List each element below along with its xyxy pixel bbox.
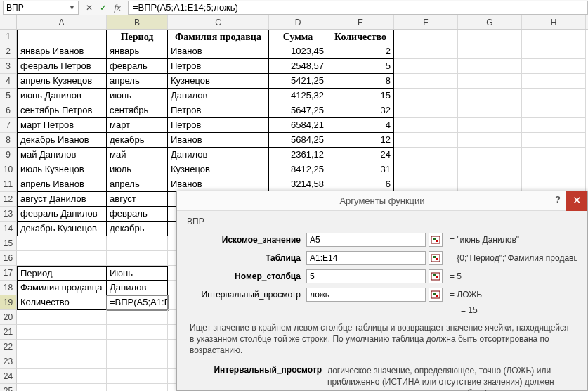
cell[interactable] bbox=[17, 30, 107, 44]
row-header-10[interactable]: 10 bbox=[0, 162, 17, 177]
col-header-B[interactable]: B bbox=[107, 15, 168, 29]
col-header-A[interactable]: A bbox=[17, 15, 107, 29]
cell[interactable]: май Данилов bbox=[17, 148, 107, 162]
cell[interactable] bbox=[107, 236, 168, 251]
cell[interactable] bbox=[107, 384, 168, 391]
row-header-15[interactable]: 15 bbox=[0, 236, 17, 251]
cell[interactable]: апрель Иванов bbox=[17, 177, 107, 192]
row-header-16[interactable]: 16 bbox=[0, 251, 17, 266]
cell[interactable] bbox=[522, 44, 586, 59]
cell[interactable]: Данилов bbox=[107, 281, 168, 295]
param-input[interactable]: A5 bbox=[306, 233, 426, 247]
cell[interactable]: 2 bbox=[327, 44, 394, 59]
cell[interactable]: 32 bbox=[327, 103, 394, 118]
cell[interactable] bbox=[107, 310, 168, 325]
row-header-12[interactable]: 12 bbox=[0, 192, 17, 207]
cell[interactable] bbox=[458, 103, 522, 118]
cell[interactable] bbox=[522, 59, 586, 74]
range-selector-icon[interactable] bbox=[429, 251, 443, 265]
cell[interactable] bbox=[522, 74, 586, 89]
cell[interactable]: январь Иванов bbox=[17, 44, 107, 59]
cell[interactable]: 8412,25 bbox=[269, 162, 327, 177]
dialog-close-button[interactable]: ✕ bbox=[566, 191, 587, 211]
cell[interactable]: Кузнецов bbox=[168, 74, 269, 89]
cell[interactable] bbox=[107, 251, 168, 266]
cell[interactable]: февраль bbox=[107, 207, 168, 222]
row-header-18[interactable]: 18 bbox=[0, 281, 17, 295]
cell[interactable] bbox=[17, 325, 107, 340]
cell[interactable] bbox=[107, 340, 168, 354]
cell[interactable] bbox=[458, 44, 522, 59]
cell[interactable]: апрель bbox=[107, 74, 168, 89]
cell[interactable]: июль Кузнецов bbox=[17, 162, 107, 177]
row-header-4[interactable]: 4 bbox=[0, 74, 17, 89]
cell[interactable] bbox=[522, 162, 586, 177]
cell[interactable]: август bbox=[107, 192, 168, 207]
formula-input[interactable]: =ВПР(A5;A1:E14;5;ложь) bbox=[128, 1, 588, 15]
dialog-help-button[interactable]: ? bbox=[551, 194, 565, 205]
cell[interactable]: декабрь Иванов bbox=[17, 133, 107, 148]
cell[interactable]: Петров bbox=[168, 59, 269, 74]
cell[interactable]: Иванов bbox=[168, 177, 269, 192]
cell[interactable] bbox=[458, 148, 522, 162]
row-header-13[interactable]: 13 bbox=[0, 207, 17, 222]
row-header-24[interactable]: 24 bbox=[0, 369, 17, 384]
cell[interactable]: Данилов bbox=[168, 89, 269, 103]
cell[interactable]: сентябрь Петров bbox=[17, 103, 107, 118]
cell[interactable]: июнь bbox=[107, 89, 168, 103]
cell[interactable] bbox=[458, 30, 522, 44]
cell[interactable]: 5647,25 bbox=[269, 103, 327, 118]
cell[interactable]: Количество bbox=[327, 30, 394, 44]
cell[interactable]: 6584,21 bbox=[269, 118, 327, 133]
cell[interactable] bbox=[17, 340, 107, 354]
cell[interactable]: Период bbox=[17, 266, 107, 281]
row-header-21[interactable]: 21 bbox=[0, 325, 17, 340]
cell[interactable]: июнь Данилов bbox=[17, 89, 107, 103]
cell[interactable]: апрель bbox=[107, 177, 168, 192]
cell[interactable] bbox=[394, 133, 458, 148]
cell[interactable]: Петров bbox=[168, 118, 269, 133]
col-header-G[interactable]: G bbox=[458, 15, 522, 29]
cell[interactable]: 3214,58 bbox=[269, 177, 327, 192]
cell[interactable] bbox=[458, 118, 522, 133]
cell[interactable] bbox=[522, 133, 586, 148]
cell[interactable]: Сумма bbox=[269, 30, 327, 44]
cell[interactable] bbox=[394, 30, 458, 44]
row-header-11[interactable]: 11 bbox=[0, 177, 17, 192]
cell[interactable] bbox=[394, 103, 458, 118]
row-header-17[interactable]: 17 bbox=[0, 266, 17, 281]
range-selector-icon[interactable] bbox=[429, 288, 443, 302]
cell[interactable] bbox=[522, 148, 586, 162]
cell[interactable]: 2361,12 bbox=[269, 148, 327, 162]
cell[interactable] bbox=[522, 103, 586, 118]
cell[interactable]: сентябрь bbox=[107, 103, 168, 118]
cell[interactable] bbox=[522, 177, 586, 192]
cell[interactable] bbox=[394, 74, 458, 89]
cell[interactable] bbox=[107, 354, 168, 369]
cell[interactable] bbox=[394, 177, 458, 192]
cell[interactable]: май bbox=[107, 148, 168, 162]
cell[interactable]: март Петров bbox=[17, 118, 107, 133]
name-box-dropdown-icon[interactable]: ▼ bbox=[69, 4, 75, 11]
row-header-22[interactable]: 22 bbox=[0, 340, 17, 354]
param-input[interactable]: 5 bbox=[306, 269, 426, 283]
dialog-titlebar[interactable]: Аргументы функции ? ✕ bbox=[177, 191, 587, 211]
cell[interactable]: февраль bbox=[107, 59, 168, 74]
cell[interactable] bbox=[458, 177, 522, 192]
cell[interactable]: апрель Кузнецов bbox=[17, 74, 107, 89]
col-header-F[interactable]: F bbox=[394, 15, 458, 29]
row-header-5[interactable]: 5 bbox=[0, 89, 17, 103]
cell[interactable]: =ВПР(A5;A1:E bbox=[107, 295, 168, 310]
cell[interactable]: Количество bbox=[17, 295, 107, 310]
cell[interactable]: Кузнецов bbox=[168, 162, 269, 177]
cell[interactable]: Июнь bbox=[107, 266, 168, 281]
cell[interactable] bbox=[17, 354, 107, 369]
cell[interactable] bbox=[522, 118, 586, 133]
cell[interactable] bbox=[17, 369, 107, 384]
cell[interactable]: декабрь bbox=[107, 222, 168, 236]
row-header-6[interactable]: 6 bbox=[0, 103, 17, 118]
cell[interactable]: Петров bbox=[168, 103, 269, 118]
cell[interactable]: Иванов bbox=[168, 44, 269, 59]
cell[interactable]: 24 bbox=[327, 148, 394, 162]
col-header-E[interactable]: E bbox=[327, 15, 394, 29]
